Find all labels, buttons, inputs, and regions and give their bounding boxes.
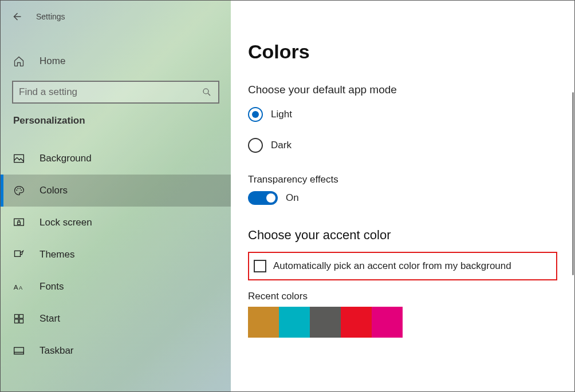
svg-rect-8 xyxy=(15,251,21,256)
toggle-value: On xyxy=(286,192,299,204)
taskbar-icon xyxy=(13,345,27,357)
sidebar-item-lock-screen[interactable]: Lock screen xyxy=(1,207,231,239)
fonts-icon: AA xyxy=(13,281,27,292)
sidebar-item-background[interactable]: Background xyxy=(1,142,231,175)
auto-accent-label: Automatically pick an accent color from … xyxy=(273,260,511,272)
search-box[interactable] xyxy=(12,81,219,104)
auto-accent-row[interactable]: Automatically pick an accent color from … xyxy=(248,252,557,280)
transparency-toggle[interactable] xyxy=(248,191,278,205)
sidebar-item-label: Fonts xyxy=(40,281,64,292)
sidebar-item-label: Background xyxy=(40,153,92,164)
radio-light[interactable]: Light xyxy=(248,105,557,124)
svg-point-5 xyxy=(21,189,22,191)
sidebar-item-colors[interactable]: Colors xyxy=(1,175,231,207)
home-nav[interactable]: Home xyxy=(1,50,231,73)
accent-color-title: Choose your accent color xyxy=(248,228,557,243)
sidebar-item-label: Taskbar xyxy=(40,345,74,357)
svg-rect-7 xyxy=(18,222,21,224)
svg-point-0 xyxy=(203,89,208,94)
search-icon xyxy=(201,87,212,97)
back-button[interactable] xyxy=(9,9,25,25)
home-icon xyxy=(13,56,27,67)
sidebar-item-label: Start xyxy=(40,313,60,324)
arrow-left-icon xyxy=(11,11,22,22)
recent-colors-swatches xyxy=(248,307,557,338)
app-mode-label: Choose your default app mode xyxy=(248,84,557,96)
svg-text:A: A xyxy=(19,285,23,291)
start-icon xyxy=(13,313,27,324)
color-swatch[interactable] xyxy=(341,307,372,338)
sidebar-item-fonts[interactable]: AA Fonts xyxy=(1,271,231,303)
auto-accent-checkbox[interactable] xyxy=(254,260,266,272)
sidebar-item-taskbar[interactable]: Taskbar xyxy=(1,335,231,367)
scrollbar[interactable] xyxy=(572,92,574,275)
svg-point-3 xyxy=(17,188,18,189)
palette-icon xyxy=(13,185,27,196)
transparency-toggle-row: On xyxy=(248,191,557,205)
nav-list: Background Colors Lock screen Themes AA … xyxy=(1,142,231,367)
titlebar-left: Settings xyxy=(1,9,231,25)
radio-icon xyxy=(248,107,263,122)
search-input[interactable] xyxy=(19,86,201,98)
sidebar-item-themes[interactable]: Themes xyxy=(1,239,231,271)
picture-icon xyxy=(13,153,27,164)
sidebar-item-label: Colors xyxy=(40,185,68,196)
home-label: Home xyxy=(40,56,65,67)
sidebar: Settings Home Personalization Background xyxy=(1,1,231,391)
page-title: Colors xyxy=(248,41,557,63)
radio-icon xyxy=(248,138,263,153)
sidebar-item-label: Themes xyxy=(40,249,74,260)
svg-point-4 xyxy=(19,188,21,189)
lock-screen-icon xyxy=(13,217,27,228)
svg-rect-13 xyxy=(15,319,19,323)
svg-rect-14 xyxy=(19,319,23,323)
svg-text:A: A xyxy=(14,283,18,291)
radio-label: Dark xyxy=(271,140,292,151)
transparency-label: Transparency effects xyxy=(248,174,557,185)
svg-rect-12 xyxy=(19,315,23,319)
recent-colors-label: Recent colors xyxy=(248,291,557,302)
sidebar-item-start[interactable]: Start xyxy=(1,303,231,335)
color-swatch[interactable] xyxy=(248,307,279,338)
color-swatch[interactable] xyxy=(310,307,341,338)
paintbrush-icon xyxy=(13,249,27,260)
radio-label: Light xyxy=(271,109,292,120)
main-content: Colors Choose your default app mode Ligh… xyxy=(231,1,574,391)
section-header: Personalization xyxy=(1,115,231,126)
svg-rect-11 xyxy=(15,315,19,319)
search-wrap xyxy=(12,81,219,104)
svg-point-2 xyxy=(16,189,17,191)
color-swatch[interactable] xyxy=(279,307,310,338)
sidebar-item-label: Lock screen xyxy=(40,217,92,228)
radio-dark[interactable]: Dark xyxy=(248,136,557,155)
app-title: Settings xyxy=(36,12,65,21)
color-swatch[interactable] xyxy=(372,307,403,338)
